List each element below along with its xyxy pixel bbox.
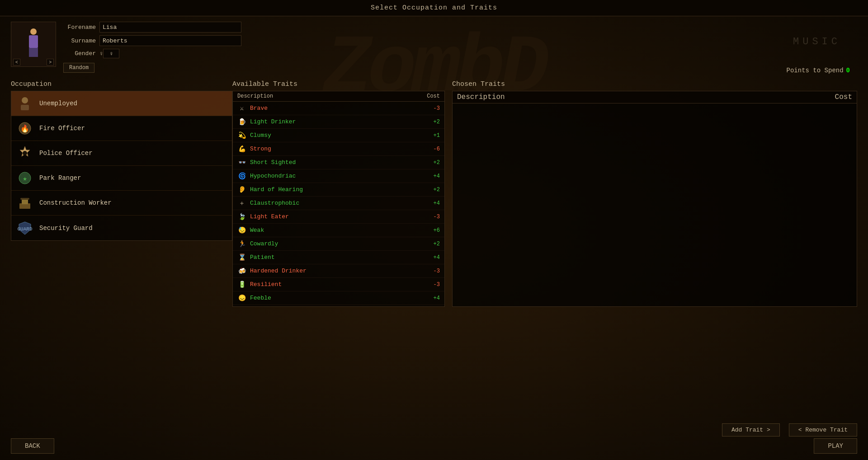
chosen-header: Description Cost — [453, 91, 857, 103]
trait-item[interactable]: 🍺 Light Drinker +2 — [233, 115, 444, 129]
page-title: Select Occupation and Traits — [371, 4, 497, 12]
trait-item[interactable]: 🍻 Hardened Drinker -3 — [233, 264, 444, 278]
trait-icon: 🍃 — [237, 212, 246, 221]
trait-item[interactable]: 🏃 Cowardly +2 — [233, 237, 444, 251]
back-button[interactable]: BACK — [11, 438, 54, 454]
trait-item[interactable]: 🔋 Resilient -3 — [233, 278, 444, 291]
trait-item[interactable]: 💪 Strong -6 — [233, 142, 444, 156]
occupation-item-police_officer[interactable]: Police Officer — [11, 141, 232, 166]
trait-icon: 🏃 — [237, 239, 246, 249]
trait-item[interactable]: ＋ Claustrophobic +4 — [233, 197, 444, 210]
surname-input[interactable] — [99, 35, 241, 46]
trait-cost: +4 — [426, 173, 440, 179]
character-panel: < > Forename Surname Gender ♀ Random — [11, 22, 241, 73]
title-bar: Select Occupation and Traits — [0, 0, 868, 16]
trait-item[interactable]: 😞 Feeble +4 — [233, 291, 444, 305]
trait-icon: ⌛ — [237, 253, 246, 262]
occupation-name-construction_worker: Construction Worker — [39, 199, 112, 207]
trait-cost: +2 — [426, 119, 440, 125]
occupation-icon-construction_worker — [16, 194, 34, 212]
occupation-item-park_ranger[interactable]: ★ Park Ranger — [11, 166, 232, 191]
points-value: 0 — [846, 67, 850, 74]
traits-list[interactable]: ⚔ Brave -3 🍺 Light Drinker +2 💫 Clumsy +… — [233, 102, 444, 306]
trait-item[interactable]: 💫 Clumsy +1 — [233, 129, 444, 142]
remove-trait-button[interactable]: < Remove Trait — [789, 423, 857, 437]
forename-label: Forename — [63, 24, 99, 31]
trait-name: Hard of Hearing — [250, 186, 426, 193]
trait-item[interactable]: ⚔ Brave -3 — [233, 102, 444, 115]
trait-cost: +4 — [426, 200, 440, 207]
traits-description-header: Description — [237, 93, 273, 99]
trait-name: Claustrophobic — [250, 200, 426, 207]
svg-point-0 — [22, 97, 28, 103]
trait-name: Resilient — [250, 281, 426, 288]
available-traits-section: Available Traits Description Cost ⚔ Brav… — [232, 80, 445, 307]
trait-cost: +2 — [426, 241, 440, 247]
portrait-prev-button[interactable]: < — [13, 59, 20, 66]
character-fields: Forename Surname Gender ♀ Random — [63, 22, 241, 73]
trait-cost: -6 — [426, 146, 440, 152]
trait-cost: -3 — [426, 282, 440, 288]
trait-name: Cowardly — [250, 240, 426, 247]
occupation-name-security_guard: Security Guard — [39, 225, 93, 232]
trait-icon: 😞 — [237, 294, 246, 303]
trait-item[interactable]: 👓 Short Sighted +2 — [233, 156, 444, 169]
gender-row: Gender ♀ — [63, 49, 241, 58]
chosen-list[interactable] — [453, 103, 857, 306]
trait-icon: 👓 — [237, 158, 246, 167]
music-label: MUSIC — [793, 36, 841, 47]
portrait-figure — [27, 28, 40, 60]
surname-label: Surname — [63, 38, 99, 44]
occupation-name-park_ranger: Park Ranger — [39, 174, 81, 182]
trait-item[interactable]: 😓 Weak +6 — [233, 224, 444, 237]
svg-point-5 — [23, 151, 27, 155]
trait-cost: +6 — [426, 227, 440, 234]
occupation-title: Occupation — [11, 80, 232, 88]
occupation-icon-police_officer — [16, 144, 34, 162]
svg-text:🔥: 🔥 — [20, 124, 29, 133]
trait-name: Patient — [250, 254, 426, 261]
trait-name: Short Sighted — [250, 159, 426, 166]
trait-cost: -3 — [426, 105, 440, 112]
trait-item[interactable]: 🌀 Hypochondriac +4 — [233, 169, 444, 183]
trait-name: Hardened Drinker — [250, 268, 426, 274]
occupation-icon-fire_officer: 🔥 — [16, 119, 34, 137]
gender-input[interactable] — [103, 49, 119, 58]
occupation-section: Occupation Unemployed 🔥 Fire Officer Pol… — [11, 80, 232, 241]
chosen-traits-title: Chosen Traits — [452, 80, 857, 88]
trait-icon: 🔋 — [237, 280, 246, 289]
occupation-item-fire_officer[interactable]: 🔥 Fire Officer — [11, 116, 232, 141]
chosen-traits-section: Chosen Traits Description Cost — [452, 80, 857, 307]
trait-item[interactable]: ⌛ Patient +4 — [233, 251, 444, 264]
forename-row: Forename — [63, 22, 241, 33]
trait-item[interactable]: 👂 Hard of Hearing +2 — [233, 183, 444, 197]
occupation-item-construction_worker[interactable]: Construction Worker — [11, 191, 232, 216]
trait-item[interactable]: 🦅 Eagle Eyed -6 — [233, 305, 444, 306]
portrait-next-button[interactable]: > — [47, 59, 54, 66]
play-button[interactable]: PLAY — [814, 438, 857, 454]
trait-name: Strong — [250, 146, 426, 152]
portrait-body — [29, 35, 38, 48]
trait-icon: 👂 — [237, 185, 246, 194]
trait-cost: +2 — [426, 187, 440, 193]
random-button[interactable]: Random — [63, 63, 94, 73]
occupation-item-security_guard[interactable]: GUARD Security Guard — [11, 216, 232, 240]
gender-symbol: ♀ — [99, 50, 103, 57]
points-display: Points to Spend 0 — [787, 67, 850, 74]
occupation-item-unemployed[interactable]: Unemployed — [11, 91, 232, 116]
occupation-icon-security_guard: GUARD — [16, 219, 34, 237]
trait-cost: +4 — [426, 295, 440, 301]
trait-name: Clumsy — [250, 132, 426, 139]
portrait-legs — [29, 48, 38, 57]
trait-cost: -3 — [426, 214, 440, 220]
character-portrait: < > — [11, 22, 56, 67]
svg-text:GUARD: GUARD — [17, 226, 32, 231]
trait-item[interactable]: 🍃 Light Eater -3 — [233, 210, 444, 224]
trait-cost: +1 — [426, 132, 440, 139]
trait-icon: 🍻 — [237, 267, 246, 276]
forename-input[interactable] — [99, 22, 241, 33]
trait-name: Light Drinker — [250, 118, 426, 125]
trait-cost: +2 — [426, 160, 440, 166]
add-trait-button[interactable]: Add Trait > — [722, 423, 780, 437]
occupation-name-unemployed: Unemployed — [39, 100, 77, 107]
